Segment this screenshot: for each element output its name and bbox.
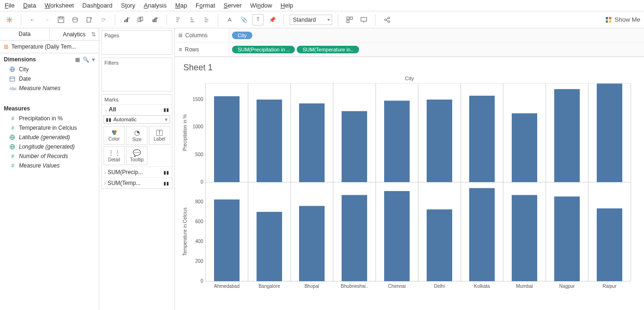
marks-all[interactable]: ⌵ All▮▮	[102, 104, 172, 114]
chart-area[interactable]: City 050010001500Precipitation in %02004…	[175, 75, 644, 310]
bar[interactable]	[512, 195, 537, 281]
mark-tooltip[interactable]: 💬Tooltip	[126, 146, 147, 165]
menu-window[interactable]: Window	[250, 2, 272, 9]
menu-file[interactable]: File	[5, 2, 15, 9]
mark-detail[interactable]: ⋮⋮Detail	[103, 146, 125, 165]
bar[interactable]	[469, 96, 495, 182]
menu-icon[interactable]: ▾	[92, 57, 95, 63]
bar[interactable]	[299, 206, 325, 281]
marks-shelf-temp[interactable]: › SUM(Temp...▮▮	[102, 177, 172, 188]
svg-text:Mumbai: Mumbai	[516, 284, 533, 289]
bar-icon: ▮▮	[163, 181, 169, 186]
bar[interactable]	[469, 188, 495, 281]
svg-rect-19	[155, 17, 156, 22]
new-datasource-icon[interactable]	[69, 14, 81, 25]
datasource-row[interactable]: ⊞ Temperature (Daily Tem...	[0, 41, 99, 53]
svg-line-4	[7, 21, 9, 22]
bar[interactable]	[597, 84, 622, 182]
menu-format[interactable]: Format	[196, 2, 215, 9]
tab-data[interactable]: Data	[0, 28, 50, 40]
bar[interactable]	[257, 212, 282, 281]
duplicate-icon[interactable]	[135, 14, 146, 25]
bar[interactable]	[342, 195, 367, 281]
bar[interactable]	[342, 111, 367, 183]
bar[interactable]	[554, 89, 580, 182]
show-me-button[interactable]: Show Me	[605, 16, 640, 23]
presentation-icon[interactable]	[358, 14, 369, 25]
sort-desc-icon[interactable]	[187, 14, 198, 25]
bar[interactable]	[214, 96, 240, 182]
sort-clear-icon[interactable]	[201, 14, 212, 25]
bar[interactable]	[554, 196, 580, 281]
new-worksheet-icon[interactable]: +	[84, 14, 95, 25]
columns-shelf[interactable]: iiiColumns City	[175, 28, 644, 42]
field-temperature-in-celcius[interactable]: #Temperature in Celcius	[0, 123, 99, 133]
svg-text:0: 0	[200, 179, 203, 184]
svg-line-32	[386, 20, 388, 21]
bar[interactable]	[427, 209, 452, 281]
back-icon[interactable]: ←	[27, 14, 38, 25]
field-measure-names[interactable]: AbcMeasure Names	[0, 84, 99, 93]
marks-shelf-precip[interactable]: › SUM(Precip...▮▮	[102, 167, 172, 177]
bar[interactable]	[512, 113, 537, 182]
tab-analytics[interactable]: Analytics⇅	[50, 28, 99, 40]
field-precipitation-in-[interactable]: #Precipitation in %	[0, 114, 99, 123]
menu-story[interactable]: Story	[121, 2, 135, 9]
svg-rect-11	[124, 20, 125, 22]
menu-analysis[interactable]: Analysis	[144, 2, 166, 9]
field-label: Latitude (generated)	[19, 134, 70, 141]
menu-dashboard[interactable]: Dashboard	[82, 2, 112, 9]
bar[interactable]	[384, 101, 410, 182]
mark-color[interactable]: Color	[103, 126, 125, 145]
sheet-title[interactable]: Sheet 1	[175, 57, 644, 75]
fit-select[interactable]: Standard	[290, 15, 332, 25]
bar[interactable]	[299, 103, 325, 182]
search-icon[interactable]: 🔍	[83, 57, 89, 63]
forward-icon[interactable]: →	[41, 14, 52, 25]
refresh-icon[interactable]: ⟳	[98, 14, 109, 25]
field-longitude-generated-[interactable]: Longitude (generated)	[0, 142, 99, 151]
sort-asc-icon[interactable]	[172, 14, 184, 25]
clear-icon[interactable]	[149, 14, 161, 25]
menu-data[interactable]: Data	[23, 2, 36, 9]
rows-shelf[interactable]: ≡Rows SUM(Precipitation in .. SUM(Temper…	[175, 42, 644, 57]
field-number-of-records[interactable]: #Number of Records	[0, 151, 99, 161]
field-date[interactable]: Date	[0, 74, 99, 84]
pages-card[interactable]: Pages	[101, 30, 172, 55]
svg-text:500: 500	[195, 152, 203, 157]
svg-text:Bangalore: Bangalore	[258, 284, 280, 289]
tableau-logo-icon[interactable]	[4, 14, 15, 25]
pill-precip[interactable]: SUM(Precipitation in ..	[232, 46, 295, 53]
menu-worksheet[interactable]: Worksheet	[44, 2, 74, 9]
bar[interactable]	[427, 100, 452, 182]
datasource-label: Temperature (Daily Tem...	[11, 43, 76, 50]
highlight-icon[interactable]	[224, 14, 235, 25]
field-measure-values[interactable]: #Measure Values	[0, 161, 99, 170]
filters-card[interactable]: Filters	[101, 58, 172, 92]
bar[interactable]	[214, 200, 240, 281]
bar[interactable]	[257, 100, 282, 182]
field-city[interactable]: City	[0, 65, 99, 74]
svg-point-50	[113, 132, 116, 135]
menu-help[interactable]: Help	[281, 2, 293, 9]
swap-icon[interactable]: +	[121, 14, 132, 25]
group-icon[interactable]: 📎	[238, 14, 249, 25]
save-icon[interactable]	[55, 14, 67, 25]
pin-icon[interactable]: 📌	[266, 14, 278, 25]
pill-city[interactable]: City	[232, 32, 252, 39]
detail-icon: ⋮⋮	[108, 149, 121, 157]
bar[interactable]	[597, 209, 622, 281]
pill-temp[interactable]: SUM(Temperature in..	[297, 46, 359, 53]
bar[interactable]	[384, 191, 410, 281]
dashboard-preview-icon[interactable]	[344, 14, 355, 25]
menu-map[interactable]: Map	[175, 2, 187, 9]
view-icon[interactable]: ▦	[75, 57, 80, 63]
mark-label[interactable]: TLabel	[149, 126, 170, 145]
mark-type-select[interactable]: ▮▮Automatic	[103, 115, 170, 124]
share-icon[interactable]	[381, 14, 393, 25]
menu-server[interactable]: Server	[223, 2, 241, 9]
text-icon[interactable]: T	[252, 14, 264, 25]
mark-size[interactable]: ◔Size	[126, 126, 147, 145]
svg-text:800: 800	[195, 199, 203, 204]
field-latitude-generated-[interactable]: Latitude (generated)	[0, 133, 99, 142]
